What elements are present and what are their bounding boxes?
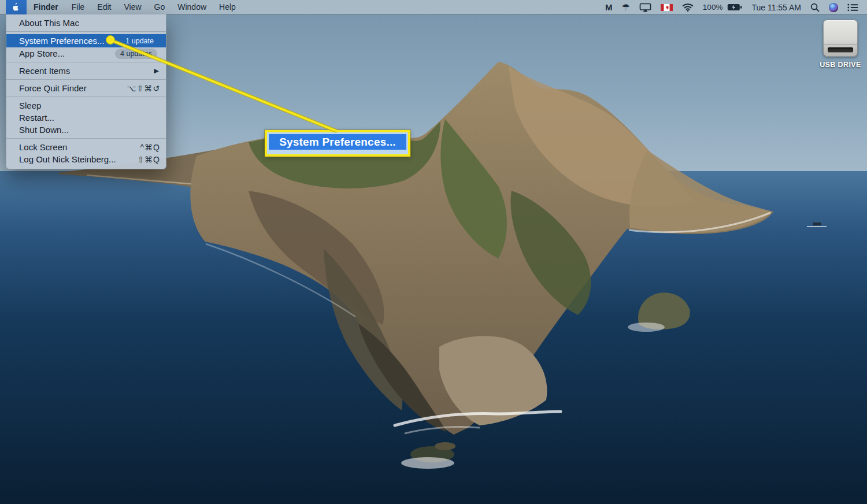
battery-percent-label: 100% [703,3,723,12]
menu-item-label: App Store... [19,49,65,58]
menu-title-finder[interactable]: Finder [27,0,65,14]
menu-separator [6,79,166,80]
keyboard-shortcut: ^⌘Q [140,143,160,152]
menu-item-system-preferences[interactable]: System Preferences... 1 update [6,34,166,47]
airplay-icon[interactable] [639,0,651,14]
callout-highlight-bar: System Preferences... [269,134,406,150]
menu-title-window[interactable]: Window [171,0,213,14]
menu-item-log-out[interactable]: Log Out Nick Steinberg... ⇧⌘Q [6,153,166,165]
avira-icon[interactable]: ☂ [622,0,630,14]
menu-item-label: Log Out Nick Steinberg... [19,154,116,164]
menu-item-app-store[interactable]: App Store... 4 updates [6,47,166,60]
updates-count-badge: 4 updates [115,49,157,59]
usb-drive-label: USB DRIVE [817,61,864,69]
desktop: USB DRIVE Finder File Edit View Go Windo… [0,0,867,504]
battery-icon[interactable] [727,0,742,14]
usb-drive-seam [824,45,857,45]
menu-separator [6,31,166,32]
menu-item-label: Recent Items [19,66,70,76]
callout-annotation: System Preferences... [265,130,410,157]
menu-separator [6,97,166,97]
apple-logo-icon [12,3,20,12]
callout-label: System Preferences... [279,136,396,149]
menu-title-help[interactable]: Help [213,0,242,14]
menu-item-label: Sleep [19,101,41,110]
submenu-arrow-icon: ▶ [154,67,160,75]
menu-item-lock-screen[interactable]: Lock Screen ^⌘Q [6,141,166,153]
menu-item-label: Lock Screen [19,142,67,152]
menu-title-view[interactable]: View [117,0,147,14]
menu-item-force-quit-finder[interactable]: Force Quit Finder ⌥⇧⌘↺ [6,82,166,94]
usb-drive-icon [823,20,858,57]
menu-bar: Finder File Edit View Go Window Help M ☂ [0,0,867,14]
menu-item-sleep[interactable]: Sleep [6,99,166,112]
notification-center-icon[interactable] [847,0,858,14]
menu-item-about-this-mac[interactable]: About This Mac [6,17,166,29]
menu-separator [6,62,166,62]
usb-drive-desktop-icon[interactable]: USB DRIVE [817,20,864,69]
menu-bar-clock[interactable]: Tue 11:55 AM [751,3,801,12]
menu-separator [6,138,166,139]
keyboard-shortcut: ⇧⌘Q [137,155,160,164]
menu-title-go[interactable]: Go [148,0,172,14]
menu-item-label: System Preferences... [19,36,105,46]
menu-bar-status-area: M ☂ [605,0,867,14]
menu-item-shut-down[interactable]: Shut Down... [6,124,166,136]
menu-item-restart[interactable]: Restart... [6,112,166,124]
menu-item-recent-items[interactable]: Recent Items ▶ [6,65,166,77]
menu-item-label: Shut Down... [19,125,69,135]
spotlight-icon[interactable] [810,0,820,14]
malwarebytes-icon[interactable]: M [605,0,613,14]
update-count-badge: 1 update [125,37,154,45]
siri-icon[interactable] [829,0,838,14]
menu-item-label: Force Quit Finder [19,83,87,93]
usb-drive-grille [828,47,853,53]
menu-title-file[interactable]: File [65,0,91,14]
apple-menu-button[interactable] [6,0,27,14]
keyboard-shortcut: ⌥⇧⌘↺ [127,84,160,93]
wifi-icon[interactable] [682,0,694,14]
menu-item-label: About This Mac [19,18,79,28]
menu-title-edit[interactable]: Edit [91,0,117,14]
apple-menu: About This Mac System Preferences... 1 u… [6,14,166,169]
canada-flag-icon[interactable] [661,0,673,14]
menu-item-label: Restart... [19,113,54,123]
